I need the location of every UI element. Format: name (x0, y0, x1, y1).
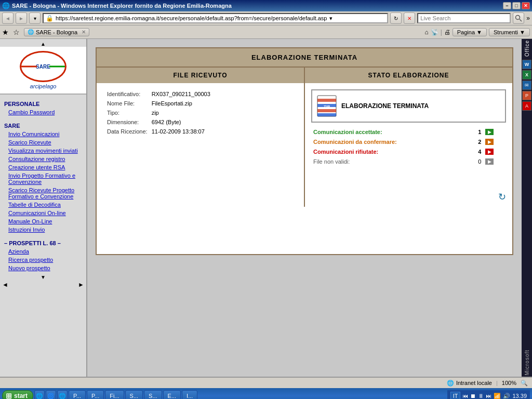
taskbar-item-3[interactable]: 🌐 (57, 390, 68, 399)
logo-arcipelago-text: arcipelago (17, 83, 69, 89)
stop-button[interactable]: ✕ (404, 12, 415, 24)
print-icon[interactable]: 🖨 (444, 29, 450, 36)
sidebar-item-invio-progetto[interactable]: Invio Progetto Formativo e Convenzione (0, 171, 86, 186)
panel-columns: FILE RICEVUTO Identificativo: RX037_0902… (97, 66, 512, 207)
current-tab[interactable]: 🌐 SARE - Bologna ✕ (24, 28, 89, 36)
refresh-area: ↻ (305, 187, 512, 207)
table-row: Tipo: zip (105, 108, 212, 117)
taskbar-item-fi[interactable]: Fi... (105, 390, 124, 399)
sidebar-logo: SARE arcipelago (0, 47, 86, 95)
non-validi-label: File non validi: (311, 156, 470, 166)
browser-toolbar: ◄ ► ▾ 🔒 https://saretest.regione.emilia-… (0, 11, 532, 25)
sidebar-scroll-up[interactable]: ▲ (0, 41, 86, 47)
svg-line-1 (520, 19, 522, 21)
strumenti-button[interactable]: Strumenti ▼ (489, 28, 530, 36)
restore-button[interactable]: □ (512, 2, 521, 9)
table-row: Identificativo: RX037_090211_00003 (105, 89, 212, 99)
sidebar-scroll-arrows: ◄ ► (0, 280, 86, 289)
address-dropdown-icon[interactable]: ▾ (329, 15, 332, 22)
taskbar-item-1[interactable]: 🌐 (34, 390, 45, 399)
media-stop[interactable]: ⏹ (470, 393, 476, 399)
forward-button[interactable]: ► (16, 12, 27, 24)
media-prev[interactable]: ⏮ (462, 393, 468, 399)
status-separator: | (496, 380, 498, 386)
tab-close-icon[interactable]: ✕ (82, 29, 86, 35)
tab-favicon: 🌐 (28, 29, 34, 35)
window-title: SARE - Bologna - Windows Internet Explor… (12, 3, 232, 9)
close-button[interactable]: ✕ (522, 2, 530, 9)
identificativo-value: RX037_090211_00003 (150, 89, 212, 99)
sidebar-item-visualizza-movimenti[interactable]: Visualizza movimenti inviati (0, 147, 86, 155)
sidebar-divider-1 (0, 116, 86, 121)
minimize-button[interactable]: − (503, 2, 511, 9)
zoom-icon: 🔍 (521, 380, 528, 387)
sidebar-item-azienda[interactable]: Azienda (0, 247, 86, 256)
bookmarks-bar: ★ ☆ 🌐 SARE - Bologna ✕ ⌂ 📡 | 🖨 Pagina ▼ … (0, 25, 532, 39)
status-zone: 🌐 Intranet locale (447, 380, 492, 387)
tab-label: SARE - Bologna (36, 29, 77, 35)
elaborazione-title: ELABORAZIONE TERMINATA (341, 102, 429, 110)
confermare-icon-cell: ▶ (483, 137, 506, 147)
taskbar-item-s2[interactable]: S... (144, 390, 162, 399)
nome-file-value: FileEsportati.zip (150, 99, 212, 108)
sidebar-item-scarico-ricevute[interactable]: Scarico Ricevute (0, 138, 86, 147)
sidebar-item-comunicazioni-online[interactable]: Comunicazioni On-line (0, 209, 86, 217)
sidebar-item-consultazione-registro[interactable]: Consultazione registro (0, 155, 86, 163)
address-bar[interactable]: 🔒 https://saretest.regione.emilia-romagn… (43, 13, 388, 23)
office-icon-word[interactable]: W (522, 60, 531, 69)
sidebar-item-invio-comunicazioni[interactable]: Invio Comunicazioni (0, 130, 86, 138)
sidebar-scroll-right[interactable]: ► (78, 281, 84, 288)
bookmarks-right: ⌂ 📡 | 🖨 Pagina ▼ Strumenti ▼ (424, 28, 530, 36)
sidebar-item-tabelle-decodifica[interactable]: Tabelle di Decodifica (0, 201, 86, 209)
office-icon-powerpoint[interactable]: P (522, 91, 531, 100)
office-icon-acrobat[interactable]: A (522, 101, 531, 111)
live-search-input[interactable] (417, 13, 511, 23)
sidebar-item-cambio-password[interactable]: Cambio Password (0, 108, 86, 116)
add-favorites-icon[interactable]: ☆ (13, 28, 20, 36)
start-button[interactable]: ⊞ start (2, 390, 33, 399)
media-play-pause[interactable]: ⏸ (478, 393, 484, 399)
more-options-icon[interactable]: » (526, 15, 530, 22)
sidebar-item-scarico-ricevute-progetto[interactable]: Scarico Ricevute Progetto Formativo e Co… (0, 186, 86, 201)
lock-icon: 🔒 (46, 15, 54, 22)
refresh-button[interactable]: ↻ (390, 12, 402, 24)
taskbar-item-i[interactable]: I... (182, 390, 197, 399)
back-button[interactable]: ◄ (2, 12, 14, 24)
sidebar-item-creazione-utente[interactable]: Creazione utente RSA (0, 163, 86, 171)
stats-table: Comunicazioni accettate: 1 ▶ Comunicazio… (311, 127, 506, 166)
sidebar-item-istruzioni[interactable]: Istruzioni Invio (0, 225, 86, 234)
office-icon-outlook[interactable]: ✉ (522, 81, 531, 90)
sidebar-scroll-left[interactable]: ◄ (2, 281, 8, 288)
sidebar-item-manuale[interactable]: Manuale On-Line (0, 217, 86, 225)
dropdown-button[interactable]: ▾ (29, 12, 41, 24)
svg-point-0 (516, 16, 520, 20)
refresh-icon[interactable]: ↻ (498, 192, 506, 202)
non-validi-icon: ▶ (485, 158, 494, 165)
svg-text:ZIP: ZIP (324, 104, 330, 109)
taskbar-item-p1[interactable]: P... (69, 390, 86, 399)
sidebar-scroll-down[interactable]: ▼ (0, 274, 86, 280)
pagina-button[interactable]: Pagina ▼ (453, 28, 487, 36)
taskbar-item-e[interactable]: E... (163, 390, 181, 399)
favorites-star-icon[interactable]: ★ (2, 28, 9, 36)
taskbar-item-2[interactable]: 🌀 (46, 390, 56, 399)
office-icon-excel[interactable]: X (522, 70, 531, 79)
feeds-icon[interactable]: 📡 (431, 29, 438, 36)
home-icon[interactable]: ⌂ (424, 29, 428, 36)
search-icon (515, 15, 522, 22)
section-personale-title: PERSONALE (0, 99, 86, 108)
lang-indicator: IT (450, 392, 461, 399)
table-row: Comunicazioni da confermare: 2 ▶ (311, 137, 506, 147)
table-row: File non validi: 0 ▶ (311, 156, 506, 166)
sidebar: ▲ SARE arcipelago PERSONALE Cambio Passw… (0, 39, 87, 377)
dimensione-label: Dimensione: (105, 117, 150, 127)
table-row: Comunicazioni rifiutate: 4 ▶ (311, 147, 506, 156)
media-next[interactable]: ⏭ (486, 393, 491, 399)
windows-icon: ⊞ (6, 392, 12, 399)
taskbar-item-s1[interactable]: S... (125, 390, 143, 399)
taskbar-item-p2[interactable]: P... (87, 390, 104, 399)
sidebar-item-nuovo-prospetto[interactable]: Nuovo prospetto (0, 264, 86, 272)
sidebar-item-ricerca-prospetto[interactable]: Ricerca prospetto (0, 256, 86, 264)
sidebar-divider-2 (0, 234, 86, 238)
search-go-button[interactable] (513, 12, 524, 24)
